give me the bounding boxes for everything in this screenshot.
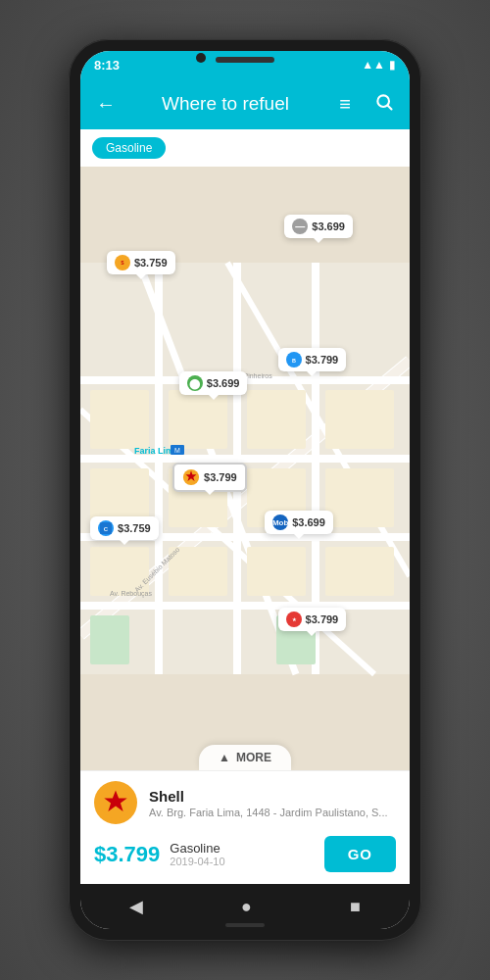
- station-address: Av. Brg. Faria Lima, 1448 - Jardim Pauli…: [149, 807, 396, 818]
- page-title: Where to refuel: [131, 93, 319, 115]
- blue-brand-icon: B: [286, 352, 302, 368]
- svg-line-1: [388, 105, 392, 109]
- more-label: MORE: [236, 751, 271, 764]
- back-button[interactable]: ←: [92, 93, 120, 116]
- chevron-brand-icon: C: [98, 520, 114, 536]
- price-marker-texaco[interactable]: ★ $3.799: [278, 608, 347, 631]
- status-bar: 8:13 ▲▲ ▮: [80, 51, 410, 78]
- fuel-date: 2019-04-10: [170, 856, 314, 867]
- more-button[interactable]: ▲ MORE: [199, 745, 291, 770]
- chevron-up-icon: ▲: [219, 751, 230, 764]
- svg-rect-27: [325, 547, 394, 596]
- station-info: Shell Av. Brg. Faria Lima, 1448 - Jardim…: [149, 788, 396, 818]
- nav-back-icon[interactable]: ◀: [110, 888, 163, 925]
- station-row: Shell Av. Brg. Faria Lima, 1448 - Jardim…: [80, 771, 410, 830]
- price-marker-gray[interactable]: — $3.699: [284, 215, 353, 238]
- nav-home-icon[interactable]: ●: [221, 889, 271, 925]
- svg-rect-28: [90, 615, 129, 664]
- price-label: $3.799: [306, 354, 339, 366]
- price-label: $3.799: [204, 471, 237, 483]
- price-marker-shell-1[interactable]: S $3.759: [107, 251, 175, 274]
- price-marker-green[interactable]: ⬤ $3.699: [179, 371, 248, 395]
- svg-text:B: B: [292, 357, 296, 363]
- green-brand-icon: ⬤: [187, 375, 203, 391]
- shell-brand-icon-selected: [182, 468, 200, 486]
- shell-brand-icon: S: [115, 255, 130, 270]
- svg-rect-25: [169, 547, 227, 596]
- fuel-type: Gasoline: [170, 841, 314, 856]
- station-card: Shell Av. Brg. Faria Lima, 1448 - Jardim…: [80, 770, 410, 884]
- svg-rect-16: [169, 390, 227, 449]
- price-marker-mobil[interactable]: Mob $3.699: [265, 511, 333, 534]
- top-bar: ← Where to refuel ≡: [80, 78, 410, 129]
- svg-text:M: M: [174, 447, 180, 454]
- price-label: $3.699: [207, 377, 240, 389]
- price-label: $3.799: [306, 613, 339, 625]
- filter-bar: Gasoline: [80, 129, 410, 167]
- svg-rect-20: [325, 390, 394, 449]
- price-marker-shell-selected[interactable]: $3.799: [172, 463, 247, 492]
- svg-text:Av. Rebouças: Av. Rebouças: [110, 590, 152, 598]
- status-icons: ▲▲ ▮: [362, 58, 396, 72]
- price-marker-blue[interactable]: B $3.799: [278, 348, 347, 371]
- search-icon[interactable]: [370, 92, 398, 117]
- filter-icon[interactable]: ≡: [331, 93, 359, 116]
- status-time: 8:13: [94, 58, 120, 73]
- svg-rect-17: [247, 390, 306, 449]
- station-logo: [94, 781, 137, 824]
- signal-icon: ▲▲: [362, 58, 385, 72]
- price-label: $3.759: [134, 257, 168, 269]
- gray-brand-icon: —: [292, 219, 308, 234]
- station-name: Shell: [149, 788, 396, 805]
- price-label: $3.759: [118, 522, 151, 534]
- price-marker-chevron[interactable]: C $3.759: [90, 516, 159, 540]
- price-detail: Gasoline 2019-04-10: [170, 841, 314, 867]
- go-button[interactable]: GO: [324, 836, 396, 872]
- svg-rect-22: [90, 390, 149, 449]
- nav-recent-icon[interactable]: ■: [330, 889, 380, 925]
- price-row: $3.799 Gasoline 2019-04-10 GO: [80, 830, 410, 884]
- svg-rect-26: [247, 547, 306, 596]
- gasoline-filter-chip[interactable]: Gasoline: [92, 137, 166, 159]
- price-value: $3.799: [94, 842, 160, 867]
- svg-text:C: C: [104, 526, 109, 532]
- price-label: $3.699: [312, 220, 345, 232]
- map-area: R. dos Pinheiros Av. Eusébio Matoso Av. …: [80, 167, 410, 770]
- texaco-brand-icon: ★: [286, 612, 302, 627]
- battery-icon: ▮: [389, 58, 396, 72]
- svg-rect-21: [325, 468, 394, 527]
- mobil-brand-icon: Mob: [272, 514, 288, 530]
- price-label: $3.699: [292, 516, 325, 528]
